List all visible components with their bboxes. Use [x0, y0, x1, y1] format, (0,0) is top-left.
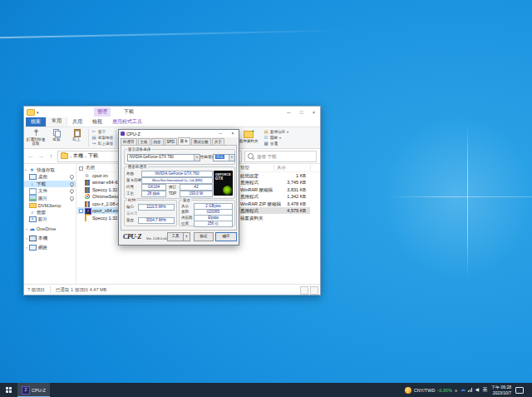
tools-button[interactable]: 工具	[167, 232, 184, 241]
cut-button[interactable]: 剪下	[91, 129, 106, 134]
start-button[interactable]	[0, 383, 17, 397]
paste-button[interactable]: 貼上	[66, 129, 86, 141]
chevron-down-icon[interactable]: ▾	[194, 155, 200, 161]
close-button[interactable]: ×	[308, 107, 320, 117]
cpuz-titlebar[interactable]: CPU-Z ─ ×	[119, 130, 239, 137]
tab-about[interactable]: 关于	[212, 138, 224, 145]
widget-currency-pair[interactable]: CNY/TWD	[414, 388, 436, 393]
column-header-name[interactable]: 名稱	[86, 165, 95, 171]
action-center-icon[interactable]	[515, 387, 524, 394]
open-button[interactable]: 開啟 ▾	[264, 135, 281, 140]
speaker-icon[interactable]: ◀	[475, 386, 479, 394]
tab-mainboard[interactable]: 主板	[138, 138, 150, 145]
rar-archive-icon	[85, 187, 90, 193]
cpuz-version: Ver. 2.08.0.x64	[146, 236, 169, 241]
window-controls: ─ □ ×	[283, 107, 320, 117]
up-button[interactable]: ↑	[47, 153, 55, 159]
select-all-button[interactable]: 全選	[264, 141, 278, 146]
item-count: 7 個項目	[27, 287, 45, 293]
forward-button[interactable]: →	[37, 153, 45, 159]
pin-to-quick-access-button[interactable]: 釘選到快速存取	[26, 129, 46, 146]
taskbar-app-cpuz[interactable]: CPU-Z	[17, 383, 50, 397]
tab-graphics[interactable]: 显卡	[178, 137, 190, 145]
new-item-button[interactable]: 新增項目 ▾	[264, 129, 288, 134]
tab-share[interactable]: 共用	[67, 117, 87, 127]
vram-group: 显存 大小 2 GBytes 类型 GDDR5 供应商 Elpida 位宽 25…	[179, 200, 235, 226]
sidebar-item-videos[interactable]: 影片	[24, 216, 76, 223]
select-all-checkbox[interactable]	[79, 166, 83, 171]
tab-bench[interactable]: 测试分数	[191, 138, 211, 145]
validate-button[interactable]: 验证	[194, 232, 214, 241]
cpuz-tab-strip: 处理器 主板 内存 SPD 显卡 测试分数 关于	[121, 138, 237, 145]
sidebar-item-folder[interactable]: DVMJtemp	[24, 202, 76, 209]
perf-level-dropdown[interactable]: 目前 ▾	[213, 154, 235, 161]
sidebar-item-quick-access[interactable]: › 快速存取	[24, 166, 76, 173]
large-icons-view-button[interactable]	[310, 286, 318, 295]
network-icon	[29, 245, 37, 251]
tab-spd[interactable]: SPD	[165, 138, 177, 145]
breadcrumb-downloads[interactable]: 下載	[88, 152, 98, 160]
news-widget-icon[interactable]	[405, 387, 411, 394]
new-folder-button[interactable]: 新增資料夾	[239, 129, 259, 143]
search-box[interactable]	[244, 151, 317, 162]
breadcrumb-this-pc[interactable]: 本機	[73, 152, 83, 160]
sidebar-item-onedrive[interactable]: › OneDrive	[24, 226, 76, 232]
search-input[interactable]	[255, 153, 313, 160]
tab-application-tools[interactable]: 應用程式工具	[107, 117, 147, 127]
ime-indicator[interactable]: 英	[481, 386, 489, 394]
column-header-type[interactable]: 類型	[240, 165, 249, 171]
clock-time: 下午 06:28	[491, 385, 511, 390]
folder-icon	[85, 215, 86, 221]
back-button[interactable]: ←	[27, 153, 35, 159]
close-button[interactable]: ×	[227, 130, 239, 137]
cpuz-window: CPU-Z ─ × 处理器 主板 内存 SPD 显卡 测试分数 关于 显示设备选…	[118, 129, 239, 246]
copy-icon	[53, 129, 61, 136]
clock[interactable]: 下午 06:28 2023/10/7	[491, 385, 511, 395]
onedrive-tray-icon[interactable]	[460, 386, 466, 394]
copy-path-button[interactable]: 複製路徑	[91, 135, 113, 140]
network-icon[interactable]	[468, 388, 472, 392]
sidebar-item-downloads[interactable]: 下載	[24, 181, 76, 187]
sidebar-item-music[interactable]: 音樂	[24, 209, 76, 216]
paste-shortcut-icon	[91, 141, 96, 146]
group-legend: 时钟	[127, 198, 136, 202]
cpuz-window-title: CPU-Z	[126, 132, 140, 136]
tab-cpu[interactable]: 处理器	[121, 138, 137, 145]
tab-memory[interactable]: 内存	[151, 138, 164, 145]
column-header-size[interactable]: 大小	[277, 165, 286, 171]
cpuz-brand-logo: CPU-Z	[123, 233, 141, 241]
chevron-down-icon[interactable]: ▾	[229, 155, 234, 161]
ini-file-icon	[85, 173, 90, 178]
quick-access-icon	[29, 167, 35, 172]
bus-width-value: 256 位	[194, 221, 233, 227]
show-hidden-icons-chevron[interactable]: ∧	[455, 388, 458, 393]
widget-change-percent[interactable]: -0.35%	[437, 388, 451, 393]
qat-dropdown-icon[interactable]: ▾	[37, 110, 39, 115]
pictures-icon	[29, 195, 37, 201]
winrar-exe-icon	[85, 180, 90, 186]
paste-shortcut-button[interactable]: 貼上捷徑	[91, 141, 113, 146]
column-separator[interactable]	[273, 165, 274, 171]
minimize-button[interactable]: ─	[283, 107, 295, 117]
sidebar-item-pictures[interactable]: 圖片	[24, 195, 76, 201]
column-separator[interactable]	[310, 165, 311, 171]
tab-view[interactable]: 檢視	[87, 117, 107, 127]
copy-button[interactable]: 複製	[47, 129, 66, 141]
maximize-button[interactable]: □	[295, 107, 308, 117]
code-name-label: 代号	[126, 185, 134, 189]
wallpaper-logo-seam-vertical	[467, 123, 468, 278]
sidebar-item-network[interactable]: › 網路	[24, 244, 76, 251]
sidebar-item-this-pc[interactable]: › 本機	[24, 235, 76, 241]
tab-file[interactable]: 檔案	[26, 117, 46, 127]
ok-button[interactable]: 确定	[215, 232, 237, 241]
details-view-button[interactable]	[300, 286, 308, 295]
new-folder-icon	[244, 131, 254, 138]
display-device-dropdown[interactable]: NVIDIA GeForce GTX 760 ▾	[127, 154, 200, 161]
explorer-titlebar[interactable]: ▾ 管理 下載 ─ □ ×	[24, 107, 320, 117]
tools-dropdown-icon[interactable]: ▾	[183, 232, 190, 241]
sidebar-item-documents[interactable]: 文件	[24, 188, 76, 195]
row-checkbox[interactable]	[79, 209, 83, 213]
sidebar-item-desktop[interactable]: 桌面	[24, 174, 76, 181]
minimize-button[interactable]: ─	[214, 130, 226, 137]
status-bar: 7 個項目 已選取 1 個項目 4.47 MB	[24, 284, 320, 295]
